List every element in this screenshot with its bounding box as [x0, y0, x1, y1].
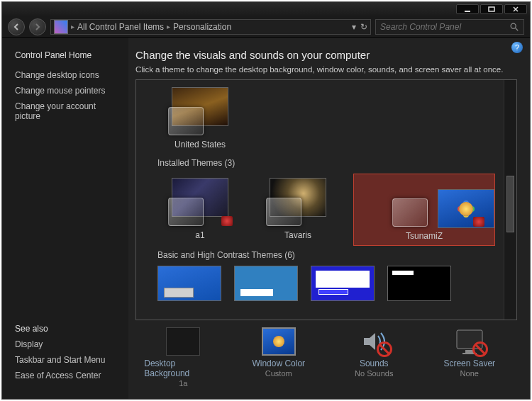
help-icon[interactable]: ?	[511, 42, 523, 53]
theme-basic-2[interactable]	[234, 266, 298, 301]
nav-row: ▸ All Control Panel Items ▸ Personalizat…	[2, 16, 530, 38]
theme-united-states[interactable]: United States	[157, 83, 243, 154]
action-value: 1a	[179, 379, 187, 388]
theme-label: TsunamiZ	[406, 231, 443, 245]
aero-glass-icon	[392, 198, 428, 227]
aero-glass-icon	[266, 198, 301, 226]
back-button[interactable]	[8, 18, 25, 35]
aero-glass-icon	[168, 107, 204, 135]
screen-saver-icon	[453, 327, 487, 356]
theme-label: a1	[195, 230, 204, 244]
change-account-picture-link[interactable]: Change your account picture	[15, 101, 116, 121]
theme-tavaris[interactable]: Tavaris	[255, 174, 340, 246]
action-label: Screen Saver	[443, 358, 495, 368]
sounds-icon	[357, 327, 391, 356]
theme-a1[interactable]: a1	[157, 174, 243, 246]
dropdown-icon[interactable]: ▾	[352, 22, 356, 32]
scrollbar-thumb[interactable]	[506, 176, 514, 232]
control-panel-window: ▸ All Control Panel Items ▸ Personalizat…	[1, 1, 531, 400]
svg-rect-0	[465, 11, 470, 12]
refresh-icon[interactable]: ↻	[360, 22, 367, 32]
maximize-button[interactable]	[480, 4, 503, 14]
prohibit-icon	[472, 341, 488, 357]
action-label: Desktop Background	[144, 358, 222, 378]
unsaved-badge-icon	[221, 216, 233, 226]
theme-label: Tavaris	[284, 230, 311, 244]
breadcrumb-parent[interactable]: All Control Panel Items	[77, 22, 164, 32]
theme-tsunamiz[interactable]: TsunamiZ	[353, 174, 495, 246]
svg-line-5	[516, 28, 519, 30]
chevron-right-icon: ▸	[167, 23, 170, 30]
theme-basic-4[interactable]	[387, 266, 451, 301]
forward-button[interactable]	[29, 18, 46, 35]
action-label: Sounds	[360, 358, 389, 368]
sidebar: Control Panel Home Change desktop icons …	[2, 38, 128, 399]
desktop-background-icon	[166, 327, 200, 356]
close-button[interactable]	[504, 4, 527, 14]
theme-basic-1[interactable]	[157, 266, 221, 301]
minimize-button[interactable]	[456, 4, 479, 14]
search-icon	[509, 22, 519, 32]
installed-themes-label: Installed Themes (3)	[157, 158, 495, 168]
breadcrumb-current[interactable]: Personalization	[173, 22, 231, 32]
taskbar-start-menu-link[interactable]: Taskbar and Start Menu	[15, 355, 116, 365]
svg-rect-1	[489, 7, 494, 11]
page-title: Change the visuals and sounds on your co…	[135, 49, 517, 61]
ease-of-access-link[interactable]: Ease of Access Center	[15, 371, 116, 380]
svg-point-4	[511, 23, 516, 28]
basic-themes-label: Basic and High Contrast Themes (6)	[157, 250, 495, 260]
breadcrumb[interactable]: ▸ All Control Panel Items ▸ Personalizat…	[50, 19, 371, 35]
see-also-label: See also	[15, 324, 116, 334]
control-panel-icon	[54, 20, 68, 34]
search-box[interactable]	[375, 19, 524, 35]
theme-label: United States	[174, 140, 226, 154]
action-label: Window Color	[252, 358, 305, 368]
window-color-button[interactable]: Window Color Custom	[240, 327, 318, 388]
main-panel: ? Change the visuals and sounds on your …	[128, 38, 530, 399]
theme-components-row: Desktop Background 1a Window Color Custo…	[135, 320, 517, 392]
unsaved-badge-icon	[473, 217, 484, 227]
theme-basic-3[interactable]	[311, 266, 375, 301]
themes-list: United States Installed Themes (3) a1	[135, 79, 517, 320]
screen-saver-button[interactable]: Screen Saver None	[431, 327, 509, 388]
control-panel-home-link[interactable]: Control Panel Home	[15, 50, 116, 60]
titlebar	[2, 2, 530, 16]
search-input[interactable]	[380, 22, 509, 32]
action-value: None	[460, 369, 479, 378]
change-mouse-pointers-link[interactable]: Change mouse pointers	[15, 86, 116, 96]
page-subtitle: Click a theme to change the desktop back…	[135, 65, 517, 74]
change-desktop-icons-link[interactable]: Change desktop icons	[15, 70, 116, 80]
chevron-right-icon: ▸	[71, 23, 74, 30]
content-body: Control Panel Home Change desktop icons …	[2, 38, 530, 399]
desktop-background-button[interactable]: Desktop Background 1a	[144, 327, 222, 388]
display-link[interactable]: Display	[15, 339, 116, 349]
action-value: Custom	[265, 369, 292, 378]
sounds-button[interactable]: Sounds No Sounds	[335, 327, 413, 388]
action-value: No Sounds	[355, 369, 393, 378]
scrollbar[interactable]	[504, 80, 516, 320]
aero-glass-icon	[168, 198, 204, 226]
window-color-icon	[262, 327, 296, 356]
